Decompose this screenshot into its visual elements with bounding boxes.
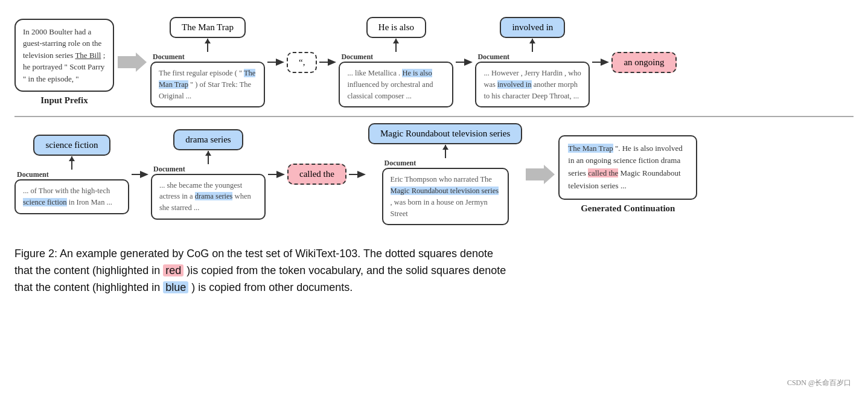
svg-marker-8 xyxy=(393,39,399,43)
caption-text5: ) is copied from other documents. xyxy=(191,281,353,293)
caption-text2: that the content (highlighted in xyxy=(14,264,160,276)
token-box-5: an ongoing xyxy=(611,52,676,73)
input-prefix-label: Input Prefix xyxy=(40,95,88,106)
r2-arrow-up-4 xyxy=(440,145,451,158)
svg-marker-27 xyxy=(526,165,555,184)
r2-arrow-gray xyxy=(526,164,555,185)
token-col-3: He is also Document ... like Metallica .… xyxy=(339,17,453,107)
arrow-r-2 xyxy=(319,56,336,68)
r2-arrow-up-2 xyxy=(203,151,214,164)
svg-marker-18 xyxy=(140,171,148,178)
gen-called-the: called the xyxy=(588,168,618,177)
caption-text3: )is copied from the token vocabulary, an… xyxy=(187,264,506,276)
generated-section: The Man Trap ". He is also involved in a… xyxy=(558,135,697,214)
svg-marker-4 xyxy=(276,59,284,66)
r2-token-box-1: science fiction xyxy=(33,135,110,156)
row2: science fiction Document ... of Thor wit… xyxy=(14,116,854,229)
r2-doc-section-2: Document ... she became the youngest act… xyxy=(151,165,266,220)
caption-text1: Figure 2: An example generated by CoG on… xyxy=(14,247,493,260)
r2-doc-snippet-2: ... she became the youngest actress in a… xyxy=(151,174,266,220)
input-prefix-section: In 2000 Boulter had a guest-starring rol… xyxy=(14,19,114,106)
r2-hl-drama-series: drama series xyxy=(195,192,233,200)
r2-token-box-2: drama series xyxy=(173,129,243,150)
svg-marker-20 xyxy=(205,151,211,156)
svg-marker-10 xyxy=(464,59,473,66)
arrow-r-3 xyxy=(456,56,473,68)
doc-snippet-3: ... like Metallica . He is also influenc… xyxy=(339,62,453,107)
arrow-up-3 xyxy=(391,39,401,52)
r2-doc-label-1: Document xyxy=(17,170,49,179)
r2-arrow-r-2 xyxy=(268,168,285,180)
caption-text4: that the content (highlighted in xyxy=(14,281,160,293)
doc-section-3: Document ... like Metallica . He is also… xyxy=(339,53,453,107)
r2-token-col-3: called the xyxy=(287,164,346,185)
hl-involved-in: involved in xyxy=(497,80,532,89)
svg-marker-6 xyxy=(328,59,336,66)
svg-marker-2 xyxy=(205,39,211,43)
arrow-right-gray-1 xyxy=(118,51,147,73)
r2-doc-section-4: Document Eric Thompson who narrated The … xyxy=(382,159,509,225)
the-bill-link: The Bill xyxy=(75,51,101,60)
hl-he-is-also: He is also xyxy=(402,69,432,77)
svg-marker-22 xyxy=(276,171,285,178)
r2-hl-science-fiction: science fiction xyxy=(23,198,67,206)
caption-red-word: red xyxy=(163,264,183,276)
diagram-area: In 2000 Boulter had a guest-starring rol… xyxy=(14,11,854,229)
arrow-r-1 xyxy=(267,56,284,68)
token-box-3: He is also xyxy=(366,17,426,38)
r2-token-box-3: called the xyxy=(287,164,346,185)
doc-label-4: Document xyxy=(477,53,509,62)
arrow-up-1 xyxy=(202,39,213,52)
svg-marker-26 xyxy=(442,145,448,150)
arrow-r-4 xyxy=(592,56,609,68)
caption-blue-word: blue xyxy=(163,281,188,293)
r2-doc-snippet-4: Eric Thompson who narrated The Magic Rou… xyxy=(382,168,509,225)
doc-section-1: Document The first regular episode ( " T… xyxy=(150,53,265,107)
token-box-2: “, xyxy=(287,52,317,73)
input-prefix-box: In 2000 Boulter had a guest-starring rol… xyxy=(14,19,114,92)
r2-hl-magic: Magic Roundabout television series xyxy=(391,187,499,195)
r2-doc-snippet-1: ... of Thor with the high-tech science f… xyxy=(14,179,129,214)
r2-arrow-r-3 xyxy=(349,168,366,180)
r2-doc-label-4: Document xyxy=(385,159,416,168)
svg-marker-14 xyxy=(601,59,609,66)
r2-doc-label-2: Document xyxy=(153,165,185,174)
svg-marker-12 xyxy=(529,39,535,43)
token-box-1: The Man Trap xyxy=(170,17,246,38)
doc-snippet-4: ... However , Jerry Hardin , who was inv… xyxy=(475,62,590,107)
r2-token-box-4: Magic Roundabout television series xyxy=(368,123,522,144)
row1: In 2000 Boulter had a guest-starring rol… xyxy=(14,11,854,111)
arrow-up-4 xyxy=(527,39,538,52)
doc-label-1: Document xyxy=(153,53,185,62)
token-col-1: The Man Trap Document The first regular … xyxy=(150,17,265,107)
gen-the-man-trap: The Man Trap xyxy=(568,144,613,153)
doc-snippet-1: The first regular episode ( " The Man Tr… xyxy=(150,62,265,107)
token-box-4: involved in xyxy=(500,17,565,38)
r2-doc-section-1: Document ... of Thor with the high-tech … xyxy=(14,170,129,214)
generated-box: The Man Trap ". He is also involved in a… xyxy=(558,135,697,200)
svg-marker-16 xyxy=(69,156,75,161)
watermark: CSDN @长命百岁口 xyxy=(787,378,851,388)
r2-arrow-up-1 xyxy=(66,156,77,170)
hl-the-man-trap: The Man Trap xyxy=(159,69,255,89)
token-col-4: involved in Document ... However , Jerry… xyxy=(475,17,590,107)
token-col-2: “, xyxy=(287,52,317,73)
doc-section-4: Document ... However , Jerry Hardin , wh… xyxy=(475,53,590,107)
svg-marker-0 xyxy=(118,53,147,72)
svg-marker-24 xyxy=(357,171,366,178)
r2-token-col-1: science fiction Document ... of Thor wit… xyxy=(14,135,129,214)
generated-label: Generated Continuation xyxy=(581,203,675,214)
r2-token-col-4: Magic Roundabout television series Docum… xyxy=(368,123,522,225)
token-col-5: an ongoing xyxy=(611,52,676,73)
caption: Figure 2: An example generated by CoG on… xyxy=(14,246,847,296)
r2-token-col-2: drama series Document ... she became the… xyxy=(151,129,266,220)
doc-label-3: Document xyxy=(341,53,373,62)
r2-arrow-r-1 xyxy=(132,168,148,180)
